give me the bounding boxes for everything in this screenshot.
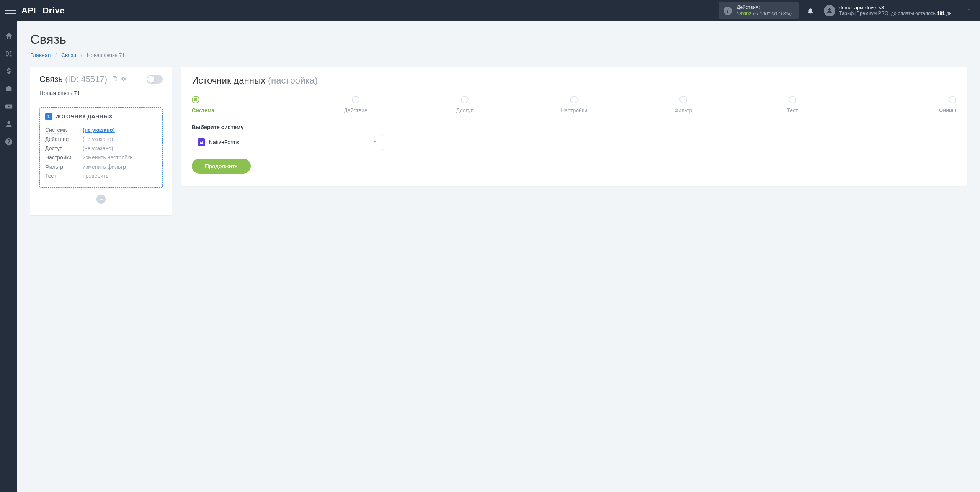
step-dot	[352, 96, 359, 103]
step-label: Доступ	[410, 107, 519, 113]
step-label: Настройки	[519, 107, 629, 113]
source-row-key: Действие	[45, 136, 77, 142]
actions-used: 18'002	[737, 11, 751, 16]
data-source-box: 1 ИСТОЧНИК ДАННЫХ Система(не указано)Дей…	[39, 107, 163, 188]
breadcrumb-links[interactable]: Связи	[61, 52, 76, 58]
step-доступ[interactable]: Доступ	[410, 96, 519, 113]
actions-label: Действия:	[737, 4, 792, 10]
step-dot	[570, 96, 578, 103]
connection-title-word: Связь	[39, 74, 63, 84]
nav-billing-icon[interactable]	[5, 67, 13, 75]
user-days-suffix: дн	[945, 11, 952, 16]
config-title-sub: (настройка)	[268, 75, 318, 85]
avatar-icon	[824, 5, 835, 16]
data-source-title: 1 ИСТОЧНИК ДАННЫХ	[45, 113, 157, 120]
logo-part-x: X	[36, 6, 42, 16]
connection-summary-card: Связь (ID: 45517) Новая связь 71 1 ИСТОЧ…	[30, 67, 172, 215]
config-title: Источник данных (настройка)	[192, 75, 956, 86]
source-row-value[interactable]: изменить фильтр	[83, 164, 126, 170]
nav-help-icon[interactable]	[5, 138, 13, 146]
logo-part3: Drive	[42, 6, 65, 16]
step-dot	[789, 96, 796, 103]
step-label: Фильтр	[629, 107, 738, 113]
connection-name: Новая связь 71	[39, 90, 163, 100]
gear-icon[interactable]	[120, 74, 126, 84]
nav-account-icon[interactable]	[5, 120, 13, 128]
copy-icon[interactable]	[112, 74, 118, 84]
connection-id: (ID: 45517)	[65, 74, 107, 84]
step-dot	[949, 96, 956, 103]
system-select[interactable]: NativeForms	[192, 134, 383, 150]
source-row: Настройкиизменить настройки	[45, 153, 157, 162]
menu-toggle[interactable]	[5, 5, 16, 16]
actions-total: 100'000	[760, 11, 777, 16]
continue-button[interactable]: Продолжить	[192, 159, 251, 174]
system-icon	[198, 138, 205, 146]
page-title: Связь	[30, 32, 967, 47]
step-dot	[679, 96, 687, 103]
source-row: Действие(не указано)	[45, 134, 157, 144]
chevron-down-icon	[372, 139, 377, 146]
source-row-value[interactable]: (не указано)	[83, 127, 115, 133]
source-row-value[interactable]: (не указано)	[83, 136, 113, 142]
step-система[interactable]: Система	[192, 96, 301, 113]
actions-pct: (18%)	[778, 11, 792, 16]
source-row-value[interactable]: изменить настройки	[83, 154, 133, 161]
connection-enable-toggle[interactable]	[147, 75, 163, 84]
logo-part1: API	[21, 6, 36, 16]
step-label: Тест	[738, 107, 847, 113]
source-row-key: Доступ	[45, 145, 77, 151]
config-title-main: Источник данных	[192, 75, 265, 85]
stepper: СистемаДействиеДоступНастройкиФильтрТест…	[192, 96, 956, 113]
breadcrumb-home[interactable]: Главная	[30, 52, 51, 58]
source-row: Тестпроверить	[45, 171, 157, 180]
nav-briefcase-icon[interactable]	[5, 85, 13, 93]
connection-title: Связь (ID: 45517)	[39, 74, 126, 84]
user-name: demo_apix-drive_s3	[839, 5, 952, 11]
source-row-value[interactable]: (не указано)	[83, 145, 113, 151]
user-days: 191	[937, 11, 945, 16]
step-финиш[interactable]: Финиш	[847, 96, 956, 113]
breadcrumb-current: Новая связь 71	[87, 52, 125, 58]
step-label: Система	[192, 107, 301, 113]
system-select-value: NativeForms	[209, 139, 239, 145]
step-label: Финиш	[847, 107, 956, 113]
logo[interactable]: APIXDrive	[21, 6, 65, 16]
source-row: Система(не указано)	[45, 125, 157, 134]
user-tariff-prefix: Тариф |Премиум PRO| до оплаты осталось	[839, 11, 937, 16]
user-text: demo_apix-drive_s3 Тариф |Премиум PRO| д…	[839, 5, 952, 17]
source-row: Фильтризменить фильтр	[45, 162, 157, 171]
source-row: Доступ(не указано)	[45, 144, 157, 153]
nav-connections-icon[interactable]	[5, 49, 13, 58]
left-rail	[0, 21, 17, 492]
add-step-button[interactable]: +	[96, 195, 106, 204]
data-source-config-card: Источник данных (настройка) СистемаДейст…	[181, 67, 967, 186]
step-действие[interactable]: Действие	[301, 96, 410, 113]
step-настройки[interactable]: Настройки	[519, 96, 629, 113]
step-тест[interactable]: Тест	[738, 96, 847, 113]
data-source-title-text: ИСТОЧНИК ДАННЫХ	[55, 113, 113, 120]
actions-text: Действия: 18'002 из 100'000 (18%)	[737, 4, 792, 17]
step-badge: 1	[45, 113, 52, 120]
notifications-button[interactable]	[807, 7, 814, 14]
nav-home-icon[interactable]	[5, 32, 13, 40]
step-фильтр[interactable]: Фильтр	[629, 96, 738, 113]
topbar: APIXDrive i Действия: 18'002 из 100'000 …	[0, 0, 980, 21]
user-menu[interactable]: demo_apix-drive_s3 Тариф |Премиум PRO| д…	[824, 5, 972, 17]
actions-of: из	[753, 11, 758, 16]
source-row-key: Тест	[45, 173, 77, 179]
step-dot	[192, 96, 199, 103]
nav-video-icon[interactable]	[5, 102, 13, 111]
step-label: Действие	[301, 107, 410, 113]
step-dot	[461, 96, 469, 103]
source-row-key: Настройки	[45, 154, 77, 161]
system-field-label: Выберите систему	[192, 124, 956, 130]
source-row-key: Система	[45, 127, 77, 133]
chevron-down-icon	[966, 7, 972, 14]
content-area: Связь Главная / Связи / Новая связь 71 С…	[17, 21, 980, 492]
breadcrumb: Главная / Связи / Новая связь 71	[30, 52, 967, 58]
info-icon: i	[724, 7, 732, 15]
actions-counter[interactable]: i Действия: 18'002 из 100'000 (18%)	[719, 2, 799, 19]
source-row-value[interactable]: проверить	[83, 173, 109, 179]
source-row-key: Фильтр	[45, 164, 77, 170]
